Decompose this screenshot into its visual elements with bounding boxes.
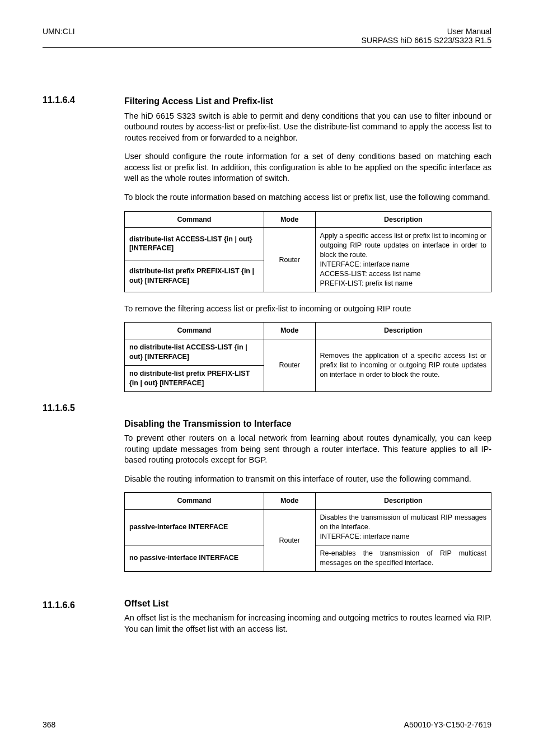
section-title-3: Offset List — [124, 598, 491, 610]
table-cell: distribute-list prefix PREFIX-LIST {in |… — [125, 260, 264, 292]
page-number: 368 — [43, 720, 55, 729]
command-table-2: Command Mode Description no distribute-l… — [124, 322, 491, 391]
command-table-1: Command Mode Description distribute-list… — [124, 211, 491, 292]
table-cell: Re-enables the transmission of RIP multi… — [315, 545, 491, 571]
th-command: Command — [125, 323, 264, 339]
table-cell: passive-interface INTERFACE — [125, 510, 264, 545]
header-left: UMN:CLI — [43, 27, 75, 36]
section-number-1: 11.1.6.4 — [43, 95, 75, 105]
section-title-1: Filtering Access List and Prefix-list — [124, 95, 491, 108]
header-right-top: User Manual — [447, 27, 491, 36]
header-rule — [43, 47, 491, 48]
th-command: Command — [125, 211, 264, 228]
paragraph: User should configure the route informat… — [124, 151, 491, 184]
table-cell: Disables the transmission of multicast R… — [315, 510, 491, 545]
th-mode: Mode — [264, 323, 315, 339]
table-cell: no passive-interface INTERFACE — [125, 545, 264, 571]
paragraph: An offset list is the mechanism for incr… — [124, 613, 491, 634]
table-cell: Router — [264, 510, 315, 571]
th-description: Description — [315, 323, 491, 339]
paragraph: To prevent other routers on a local netw… — [124, 433, 491, 466]
doc-id: A50010-Y3-C150-2-7619 — [404, 720, 491, 729]
table-cell: no distribute-list ACCESS-LIST {in | out… — [125, 339, 264, 366]
th-description: Description — [315, 211, 491, 228]
command-table-3: Command Mode Description passive-interfa… — [124, 492, 491, 571]
th-command: Command — [125, 493, 264, 510]
paragraph: Disable the routing information to trans… — [124, 474, 491, 485]
paragraph: To block the route information based on … — [124, 192, 491, 203]
th-mode: Mode — [264, 493, 315, 510]
table-cell: no distribute-list prefix PREFIX-LIST {i… — [125, 365, 264, 391]
table-cell: distribute-list ACCESS-LIST {in | out} [… — [125, 228, 264, 260]
th-description: Description — [315, 493, 491, 510]
th-mode: Mode — [264, 211, 315, 228]
table-cell: Router — [264, 339, 315, 392]
table-cell: Removes the application of a specific ac… — [315, 339, 491, 392]
paragraph: To remove the filtering access list or p… — [124, 304, 491, 315]
table-cell: Apply a specific access list or prefix l… — [315, 228, 491, 292]
table-cell: Router — [264, 228, 315, 292]
section-number-2: 11.1.6.5 — [43, 403, 75, 413]
header-right-bottom: SURPASS hiD 6615 S223/S323 R1.5 — [362, 36, 491, 45]
section-title-2: Disabling the Transmission to Interface — [124, 418, 491, 430]
paragraph: The hiD 6615 S323 switch is able to perm… — [124, 111, 491, 144]
section-number-3: 11.1.6.6 — [43, 600, 75, 610]
